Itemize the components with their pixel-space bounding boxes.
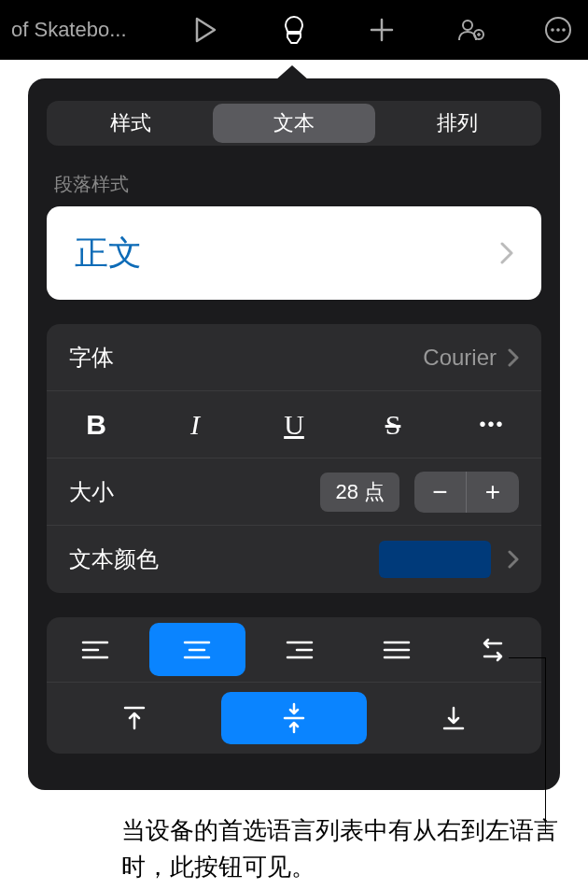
text-color-row[interactable]: 文本颜色 xyxy=(47,526,541,593)
underline-button[interactable]: U xyxy=(245,391,343,458)
size-increase-button[interactable]: + xyxy=(467,472,519,513)
more-styles-button[interactable]: ••• xyxy=(442,391,541,458)
text-color-label: 文本颜色 xyxy=(69,544,159,574)
font-row[interactable]: 字体 Courier xyxy=(47,324,541,391)
popover-arrow xyxy=(275,65,309,80)
paragraph-style-value: 正文 xyxy=(75,231,142,276)
bold-button[interactable]: B xyxy=(47,391,146,458)
svg-point-3 xyxy=(551,28,554,32)
tab-arrange[interactable]: 排列 xyxy=(375,104,539,143)
format-popover: 样式 文本 排列 段落样式 正文 字体 Courier B I U S ••• … xyxy=(28,78,560,790)
italic-button[interactable]: I xyxy=(146,391,245,458)
align-center-button[interactable] xyxy=(149,623,246,676)
segmented-control: 样式 文本 排列 xyxy=(47,101,541,146)
horizontal-align-row xyxy=(47,617,541,683)
align-right-button[interactable] xyxy=(251,617,348,682)
text-style-row: B I U S ••• xyxy=(47,391,541,459)
alignment-card xyxy=(47,617,541,754)
tab-style[interactable]: 样式 xyxy=(49,104,213,143)
valign-top-button[interactable] xyxy=(62,692,206,744)
brush-icon[interactable] xyxy=(275,11,313,49)
paragraph-style-label: 段落样式 xyxy=(54,172,534,197)
more-icon[interactable] xyxy=(539,11,577,49)
valign-middle-button[interactable] xyxy=(221,692,366,744)
align-left-button[interactable] xyxy=(47,617,144,682)
font-card: 字体 Courier B I U S ••• 大小 28 点 − + 文本 xyxy=(47,324,541,593)
plus-icon[interactable] xyxy=(363,11,400,49)
font-label: 字体 xyxy=(69,343,114,373)
size-value[interactable]: 28 点 xyxy=(320,473,399,512)
callout-leader-line xyxy=(509,657,546,833)
svg-point-4 xyxy=(556,28,560,32)
callout-text: 当设备的首选语言列表中有从右到左语言时，此按钮可见。 xyxy=(121,812,560,885)
tab-text[interactable]: 文本 xyxy=(213,104,376,143)
color-swatch[interactable] xyxy=(379,541,491,578)
svg-point-5 xyxy=(562,28,566,32)
paragraph-style-row[interactable]: 正文 xyxy=(47,206,541,300)
font-value: Courier xyxy=(423,345,519,371)
document-title: of Skatebo... xyxy=(11,18,151,42)
play-icon[interactable] xyxy=(187,11,224,49)
size-label: 大小 xyxy=(69,477,114,507)
align-justify-button[interactable] xyxy=(348,617,445,682)
top-toolbar: of Skatebo... xyxy=(0,0,588,60)
chevron-right-icon xyxy=(500,242,513,264)
vertical-align-row xyxy=(47,683,541,754)
toolbar-actions xyxy=(168,11,577,49)
collaborate-icon[interactable] xyxy=(452,11,489,49)
chevron-right-icon xyxy=(508,550,519,569)
strikethrough-button[interactable]: S xyxy=(343,391,442,458)
valign-bottom-button[interactable] xyxy=(382,692,526,744)
size-stepper: − + xyxy=(414,472,519,513)
size-decrease-button[interactable]: − xyxy=(414,472,467,513)
svg-point-0 xyxy=(463,21,472,30)
size-row: 大小 28 点 − + xyxy=(47,459,541,526)
